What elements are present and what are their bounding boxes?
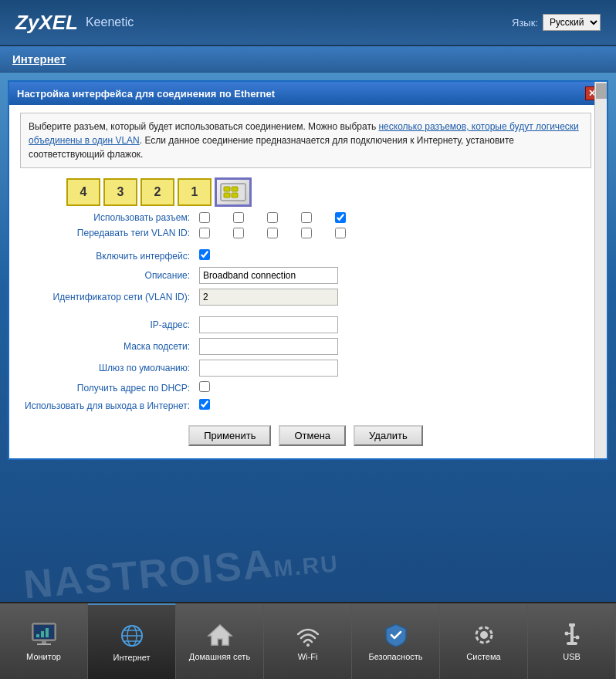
enable-label: Включить интерфейс: — [20, 247, 195, 265]
use-port-wan-checkbox[interactable] — [335, 212, 346, 223]
mask-input[interactable] — [199, 338, 338, 355]
usb-icon — [558, 621, 586, 649]
home-network-icon — [206, 621, 234, 649]
port-4-item: 4 — [66, 178, 100, 206]
vlan-tag-row: Передавать теги VLAN ID: — [20, 225, 591, 241]
svg-point-19 — [480, 631, 488, 639]
monitor-icon — [30, 621, 58, 649]
dialog-body: Выберите разъем, который будет использов… — [9, 105, 607, 458]
nav-item-system[interactable]: Система — [440, 603, 528, 679]
dhcp-label: Получить адрес по DHCP: — [20, 379, 195, 397]
lang-label: Язык: — [512, 17, 538, 29]
vlan-id-row: Идентификатор сети (VLAN ID): 2 — [20, 286, 591, 308]
nav-item-monitor[interactable]: Монитор — [0, 603, 88, 679]
svg-rect-10 — [42, 640, 46, 644]
system-icon — [470, 621, 498, 649]
ip-row: IP-адрес: — [20, 314, 591, 336]
internet-label: Использовать для выхода в Интернет: — [20, 397, 195, 414]
description-label: Описание: — [20, 265, 195, 286]
form-table: Использовать разъем: Передавать теги VLA… — [20, 210, 591, 414]
nav-item-wifi[interactable]: Wi-Fi — [264, 603, 352, 679]
nav-item-security[interactable]: Безопасность — [352, 603, 440, 679]
port-wan-box[interactable] — [215, 177, 252, 207]
enable-checkbox[interactable] — [199, 249, 210, 260]
use-port-1-checkbox[interactable] — [301, 212, 312, 223]
internet-checkbox[interactable] — [199, 399, 210, 410]
nav-monitor-label: Монитор — [26, 652, 61, 661]
apply-button[interactable]: Применить — [188, 425, 271, 446]
lang-dropdown[interactable]: Русский — [543, 14, 601, 31]
nav-system-label: Система — [466, 652, 500, 661]
description-input[interactable]: Broadband connection — [199, 267, 338, 284]
dhcp-checkbox[interactable] — [199, 381, 210, 392]
internet-row: Использовать для выхода в Интернет: — [20, 397, 591, 414]
dialog-title: Настройка интерфейса для соединения по E… — [17, 88, 275, 100]
svg-rect-3 — [224, 193, 230, 198]
svg-rect-23 — [567, 642, 577, 645]
svg-rect-8 — [41, 631, 44, 637]
gateway-label: Шлюз по умолчанию: — [20, 357, 195, 379]
internet-icon — [118, 622, 146, 650]
description-row: Описание: Broadband connection — [20, 265, 591, 286]
mask-label: Маска подсети: — [20, 336, 195, 357]
nav-item-internet[interactable]: Интернет — [88, 603, 176, 679]
vlan-id-label: Идентификатор сети (VLAN ID): — [20, 286, 195, 308]
gateway-input[interactable] — [199, 360, 338, 377]
security-icon — [382, 621, 410, 649]
logo-area: ZyXEL Keenetic — [15, 11, 134, 35]
svg-rect-1 — [224, 187, 230, 191]
port-4-box[interactable]: 4 — [66, 178, 100, 206]
ip-input[interactable] — [199, 316, 338, 333]
port-2-item: 2 — [140, 178, 174, 206]
svg-rect-21 — [569, 623, 575, 627]
delete-button[interactable]: Удалить — [354, 425, 423, 446]
nav-home-label: Домашняя сеть — [189, 652, 250, 661]
port-3-box[interactable]: 3 — [103, 178, 137, 206]
nav-usb-label: USB — [563, 652, 580, 661]
use-port-label: Использовать разъем: — [20, 210, 195, 225]
svg-rect-9 — [46, 628, 49, 637]
header: ZyXEL Keenetic Язык: Русский — [0, 0, 616, 46]
svg-rect-22 — [570, 627, 574, 642]
info-box: Выберите разъем, который будет использов… — [20, 113, 591, 168]
vlan-tag-2-checkbox[interactable] — [267, 228, 278, 238]
port-1-item: 1 — [178, 178, 212, 206]
svg-marker-17 — [208, 625, 232, 645]
port-3-item: 3 — [103, 178, 137, 206]
use-port-4-checkbox[interactable] — [199, 212, 210, 223]
use-port-3-checkbox[interactable] — [233, 212, 244, 223]
use-port-2-checkbox[interactable] — [267, 212, 278, 223]
enable-row: Включить интерфейс: — [20, 247, 591, 265]
main-content: NASTROISAM.RU NASTROISAM.RU Настройка ин… — [0, 73, 616, 602]
ip-label: IP-адрес: — [20, 314, 195, 336]
mask-row: Маска подсети: — [20, 336, 591, 357]
nav-item-usb[interactable]: USB — [528, 603, 616, 679]
vlan-tag-3-checkbox[interactable] — [233, 228, 244, 238]
port-2-box[interactable]: 2 — [140, 178, 174, 206]
page-title: Интернет — [12, 52, 66, 66]
nav-item-home-network[interactable]: Домашняя сеть — [176, 603, 264, 679]
svg-rect-2 — [232, 187, 238, 191]
svg-rect-4 — [232, 193, 238, 198]
dialog-scrollbar[interactable] — [594, 82, 607, 458]
dialog: Настройка интерфейса для соединения по E… — [8, 80, 608, 460]
vlan-tag-1-checkbox[interactable] — [301, 228, 312, 238]
nav-internet-label: Интернет — [113, 653, 151, 662]
dialog-header: Настройка интерфейса для соединения по E… — [9, 82, 607, 105]
vlan-tag-wan-checkbox[interactable] — [335, 228, 346, 238]
watermark-bottom: NASTROISAM.RU — [22, 534, 340, 602]
vlan-id-input[interactable]: 2 — [199, 289, 338, 306]
use-port-checkboxes — [195, 210, 591, 225]
wifi-icon — [294, 621, 322, 649]
vlan-tag-4-checkbox[interactable] — [199, 228, 210, 238]
cancel-button[interactable]: Отмена — [279, 425, 346, 446]
svg-point-18 — [306, 644, 310, 647]
port-1-box[interactable]: 1 — [178, 178, 212, 206]
svg-rect-0 — [221, 184, 245, 201]
nav-bar: Интернет — [0, 46, 616, 73]
vlan-tag-label: Передавать теги VLAN ID: — [20, 225, 195, 241]
use-port-row: Использовать разъем: — [20, 210, 591, 225]
logo-zyxel: ZyXEL — [15, 11, 78, 35]
logo-keenetic: Keenetic — [86, 15, 134, 29]
info-text-1: Выберите разъем, который будет использов… — [29, 121, 378, 132]
